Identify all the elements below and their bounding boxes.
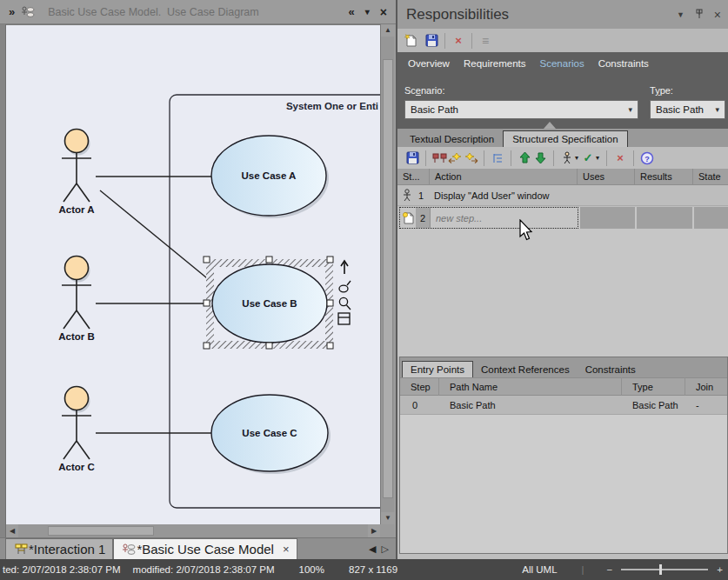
diagram-size: 827 x 1169 <box>349 564 397 575</box>
left-edge-strip <box>0 24 6 559</box>
insert-step-before-icon[interactable] <box>447 151 463 165</box>
insert-constraint-icon[interactable] <box>431 151 447 165</box>
usecase-B[interactable]: Use Case B <box>212 264 327 343</box>
spec-tabrow: Textual Description Structured Specifica… <box>397 129 728 147</box>
validate-icon[interactable]: ✓ <box>580 151 596 165</box>
diagram-vscrollbar[interactable]: ▲ ▼ <box>380 24 394 524</box>
chevron-down-icon[interactable]: ▾ <box>628 105 638 114</box>
steps-empty-area <box>397 229 728 357</box>
delete-step-icon[interactable]: × <box>612 151 628 165</box>
move-arrow-icon[interactable] <box>341 261 348 274</box>
tab-label: *Basic Use Case Model <box>137 542 274 557</box>
hscroll-thumb[interactable] <box>48 526 154 536</box>
scroll-down-icon[interactable]: ▼ <box>381 512 395 524</box>
close-tab-icon[interactable]: × <box>283 543 290 556</box>
step-row-2[interactable]: 2 <box>397 207 728 229</box>
panel-dark-area: Overview Requirements Scenarios Constrai… <box>397 52 728 129</box>
help-icon[interactable]: ? <box>639 151 655 165</box>
perspective-label[interactable]: All UML <box>522 564 557 575</box>
type-dropdown[interactable]: Basic Path ▾ <box>650 100 725 119</box>
step-action[interactable]: Display "Add User" window <box>434 190 550 201</box>
uses-cell[interactable] <box>578 207 635 229</box>
tab-entry-constraints[interactable]: Constraints <box>578 362 644 377</box>
new-item-icon[interactable] <box>403 34 418 48</box>
col-results[interactable]: Results <box>635 169 693 185</box>
usecase-C[interactable]: Use Case C <box>211 395 331 474</box>
tab-scenarios[interactable]: Scenarios <box>540 58 584 69</box>
tab-overview[interactable]: Overview <box>408 58 450 69</box>
diagram-canvas[interactable]: System One or Enti Use Case A Use Case B <box>6 24 380 524</box>
col-uses[interactable]: Uses <box>578 169 635 185</box>
collapse-icon[interactable]: » <box>3 5 20 18</box>
scroll-up-icon[interactable]: ▲ <box>381 24 395 37</box>
chevron-down-icon[interactable]: ▾ <box>596 154 599 162</box>
results-cell[interactable] <box>635 207 692 229</box>
save-icon[interactable] <box>424 34 439 48</box>
actor-A[interactable]: Actor A <box>58 130 94 216</box>
steps-tree-icon[interactable] <box>490 151 505 165</box>
new-step-selection[interactable]: 2 <box>399 207 578 229</box>
tab-scroll-next-icon[interactable]: ▷ <box>382 543 389 555</box>
window-menu-icon[interactable]: ▾ <box>360 7 375 17</box>
state-cell[interactable] <box>692 207 728 229</box>
tab-label: *Interaction 1 <box>29 542 105 557</box>
tab-requirements[interactable]: Requirements <box>464 58 526 69</box>
entry-points-section: Entry Points Context References Constrai… <box>399 357 728 554</box>
delete-icon[interactable]: × <box>451 34 466 48</box>
col-type[interactable]: Type <box>622 377 685 396</box>
save-step-icon[interactable] <box>404 151 420 165</box>
col-step[interactable]: Step <box>400 377 439 396</box>
actor-B[interactable]: Actor B <box>58 257 95 343</box>
entry-row[interactable]: 0 Basic Path Basic Path - <box>400 396 727 415</box>
dock-left-icon[interactable]: « <box>344 5 360 18</box>
quicklink-icon[interactable] <box>339 281 351 292</box>
tab-textual-description[interactable]: Textual Description <box>401 131 503 147</box>
actor-C[interactable]: Actor C <box>58 387 95 473</box>
zoom-element-icon[interactable] <box>339 297 351 310</box>
zoom-in-icon[interactable]: + <box>717 564 723 575</box>
svg-text:Actor B: Actor B <box>58 331 95 342</box>
tab-interaction-1[interactable]: *Interaction 1 <box>5 538 113 559</box>
tab-scroll-prev-icon[interactable]: ◀ <box>369 543 376 555</box>
step-row-1[interactable]: 1 Display "Add User" window <box>397 185 728 206</box>
new-step-input[interactable] <box>431 208 578 228</box>
steps-table-header: St... Action Uses Results State <box>397 169 728 185</box>
association-actorA-usecaseB[interactable] <box>100 190 221 290</box>
col-state[interactable]: State <box>693 169 728 185</box>
diagram-hscrollbar[interactable]: ◀ ▶ <box>6 524 380 537</box>
vscroll-thumb[interactable] <box>383 59 393 498</box>
zoom-out-icon[interactable]: − <box>607 564 613 575</box>
use-case-diagram-icon <box>20 5 36 19</box>
tab-constraints[interactable]: Constraints <box>598 58 649 69</box>
move-step-up-icon[interactable] <box>517 151 532 165</box>
created-date: ted: 2/07/2018 2:38:07 PM <box>3 564 121 575</box>
col-join[interactable]: Join <box>685 377 727 396</box>
col-action[interactable]: Action <box>430 169 578 185</box>
insert-step-after-icon[interactable] <box>463 151 478 165</box>
system-boundary-label: System One or Enti <box>286 101 378 111</box>
scroll-left-icon[interactable]: ◀ <box>6 524 18 537</box>
zoom-slider-thumb[interactable] <box>659 564 662 575</box>
tab-basic-use-case-model[interactable]: *Basic Use Case Model × <box>113 538 297 559</box>
tab-context-references[interactable]: Context References <box>473 362 578 377</box>
close-diagram-icon[interactable]: × <box>375 5 396 19</box>
tab-entry-points[interactable]: Entry Points <box>402 361 473 377</box>
chevron-down-icon[interactable]: ▾ <box>575 154 578 162</box>
chevron-down-icon[interactable]: ▾ <box>715 105 725 114</box>
tab-structured-specification[interactable]: Structured Specification <box>503 130 627 147</box>
col-status[interactable]: St... <box>397 169 430 185</box>
pin-icon[interactable] <box>690 9 709 21</box>
close-panel-icon[interactable]: × <box>709 8 728 22</box>
panel-menu-icon[interactable]: ▼ <box>671 10 690 19</box>
scroll-right-icon[interactable]: ▶ <box>368 524 380 537</box>
col-path-name[interactable]: Path Name <box>439 377 622 396</box>
usecase-A[interactable]: Use Case A <box>211 136 329 218</box>
scenario-dropdown[interactable]: Basic Path ▾ <box>404 100 638 119</box>
entry-path: Basic Path <box>439 400 622 410</box>
properties-box-icon[interactable] <box>338 313 350 324</box>
hamburger-menu-icon[interactable]: ≡ <box>478 34 493 48</box>
generate-diagram-icon[interactable] <box>559 151 575 165</box>
zoom-slider-track[interactable] <box>621 569 708 570</box>
zoom-slider[interactable]: − + <box>607 564 728 575</box>
move-step-down-icon[interactable] <box>532 151 548 165</box>
